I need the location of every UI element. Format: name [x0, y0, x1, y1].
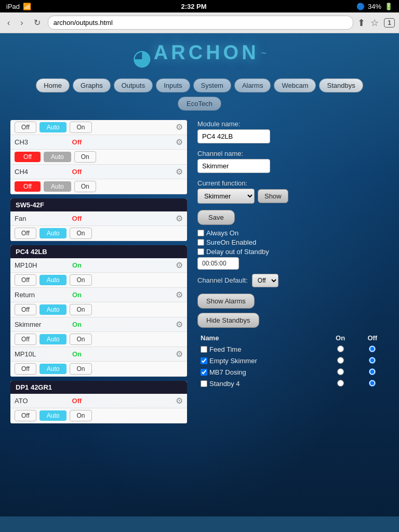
ipad-label: iPad — [6, 3, 20, 10]
fan-label: Fan — [15, 215, 56, 222]
gear-icon-ato[interactable]: ⚙ — [176, 396, 183, 406]
section-sw5: SW5-42F — [10, 198, 187, 211]
btn-auto-fan[interactable]: Auto — [39, 228, 67, 238]
btn-auto-mp10l[interactable]: Auto — [39, 364, 67, 374]
gear-icon-mp10h[interactable]: ⚙ — [176, 260, 183, 270]
ato-label: ATO — [15, 397, 56, 405]
main-content: ◕ ARCHON ~ Home Graphs Outputs Inputs Sy… — [0, 33, 399, 516]
btn-on-mp10h[interactable]: On — [70, 274, 91, 286]
standby-mb7-checkbox[interactable] — [201, 369, 207, 376]
btn-off-ch4a[interactable]: Off — [15, 152, 41, 162]
gear-icon-ch3[interactable]: ⚙ — [176, 137, 183, 147]
btn-off-mp10l[interactable]: Off — [15, 363, 36, 375]
btn-on-skimmer[interactable]: On — [70, 334, 91, 345]
delay-out-checkbox[interactable] — [197, 248, 204, 255]
nav-home[interactable]: Home — [36, 78, 70, 92]
channel-group-dp1: DP1 42GR1 ATO Off ⚙ Off Auto On — [10, 381, 187, 423]
btn-auto-mp10h[interactable]: Auto — [39, 275, 67, 285]
save-button[interactable]: Save — [197, 210, 235, 225]
btn-off-1[interactable]: Off — [15, 122, 36, 133]
btn-on-ato[interactable]: On — [70, 410, 91, 421]
gear-icon-mp10l[interactable]: ⚙ — [176, 349, 183, 359]
module-name-group: Module name: — [197, 120, 389, 143]
function-select[interactable]: Skimmer Always On Feed Mode Return Pump — [197, 189, 255, 204]
nav-standbys[interactable]: Standbys — [319, 78, 363, 92]
standby-standby4-checkbox[interactable] — [201, 380, 207, 387]
channel-name-input[interactable] — [197, 159, 270, 173]
standby-feedtime-checkbox[interactable] — [201, 346, 207, 353]
tab-count[interactable]: 1 — [384, 18, 395, 28]
hide-standbys-button[interactable]: Hide Standbys — [197, 313, 259, 328]
share-icon[interactable]: ⬆ — [357, 17, 365, 29]
btn-on-ch4b[interactable]: On — [74, 181, 96, 192]
standby-feedtime-off-radio[interactable] — [369, 345, 376, 352]
btn-auto-ato[interactable]: Auto — [39, 410, 67, 421]
sure-on-checkbox[interactable] — [197, 239, 204, 246]
btn-off-fan[interactable]: Off — [15, 228, 36, 239]
btn-off-return[interactable]: Off — [15, 304, 36, 315]
standby-emptyskimmer-checkbox[interactable] — [201, 357, 207, 364]
function-group: Current function: Skimmer Always On Feed… — [197, 179, 389, 204]
nav-alarms[interactable]: Alarms — [234, 78, 271, 92]
btn-auto-ch4a[interactable]: Auto — [44, 152, 71, 162]
standby-col-name: Name — [197, 332, 325, 344]
standby-emptyskimmer-off-radio[interactable] — [369, 357, 376, 364]
btn-off-ch4b[interactable]: Off — [15, 181, 41, 192]
btn-on-ch4a[interactable]: On — [74, 151, 96, 163]
ctrl-row-ch4b: Off Auto On — [10, 179, 187, 194]
module-name-input[interactable] — [197, 129, 270, 143]
channel-ch4: CH4 Off ⚙ — [10, 165, 187, 179]
btn-off-skimmer[interactable]: Off — [15, 334, 36, 345]
standby-row-feedtime: Feed Time — [197, 344, 389, 355]
bookmark-icon[interactable]: ☆ — [370, 17, 379, 29]
btn-on-return[interactable]: On — [70, 304, 91, 315]
delay-value-input[interactable] — [197, 257, 239, 270]
right-panel: Module name: Channel name: Current funct… — [187, 120, 389, 428]
standby-feedtime-on-radio[interactable] — [337, 345, 344, 352]
standby-emptyskimmer-on-radio[interactable] — [337, 357, 344, 364]
show-function-button[interactable]: Show — [258, 189, 288, 203]
show-alarms-button[interactable]: Show Alarms — [197, 294, 255, 309]
url-bar[interactable] — [48, 16, 354, 30]
ch4-status: Off — [56, 168, 98, 176]
gear-icon-1[interactable]: ⚙ — [176, 122, 183, 132]
standby-standby4-on-radio[interactable] — [337, 380, 344, 387]
forward-button[interactable]: › — [17, 17, 26, 29]
delay-out-option: Delay out of Standby — [197, 248, 389, 256]
time-display: 2:32 PM — [181, 3, 206, 10]
channel-default-select[interactable]: Off On — [252, 274, 278, 287]
gear-icon-skimmer[interactable]: ⚙ — [176, 320, 183, 329]
standby-mb7-on-radio[interactable] — [337, 368, 344, 375]
nav-outputs[interactable]: Outputs — [114, 78, 153, 92]
standby-feedtime-label: Feed Time — [201, 345, 322, 353]
btn-on-1[interactable]: On — [70, 122, 91, 133]
standby-standby4-off-radio[interactable] — [369, 380, 376, 387]
channel-mp10l: MP10L On ⚙ — [10, 347, 187, 362]
always-on-checkbox[interactable] — [197, 230, 204, 236]
btn-on-mp10l[interactable]: On — [70, 363, 91, 375]
nav-graphs[interactable]: Graphs — [73, 78, 111, 92]
back-button[interactable]: ‹ — [4, 17, 13, 29]
standby-row-mb7: MB7 Dosing — [197, 367, 389, 378]
btn-auto-skimmer[interactable]: Auto — [39, 334, 67, 344]
gear-icon-fan[interactable]: ⚙ — [176, 214, 183, 223]
btn-auto-return[interactable]: Auto — [39, 304, 67, 315]
nav-system[interactable]: System — [193, 78, 231, 92]
btn-off-mp10h[interactable]: Off — [15, 274, 36, 286]
btn-on-fan[interactable]: On — [70, 228, 91, 239]
nav-webcam[interactable]: Webcam — [274, 78, 316, 92]
gear-icon-ch4[interactable]: ⚙ — [176, 167, 183, 177]
section-dp1: DP1 42GR1 — [10, 381, 187, 394]
fan-status: Off — [56, 215, 98, 222]
btn-auto-ch4b[interactable]: Auto — [44, 181, 71, 192]
btn-auto-1[interactable]: Auto — [39, 122, 67, 132]
nav-ecotech[interactable]: EcoTech — [178, 97, 221, 111]
nav-inputs[interactable]: Inputs — [156, 78, 190, 92]
gear-icon-return[interactable]: ⚙ — [176, 290, 183, 300]
left-panel: Off Auto On ⚙ CH3 Off ⚙ Off Auto On CH4 — [10, 120, 187, 428]
btn-off-ato[interactable]: Off — [15, 410, 36, 421]
refresh-button[interactable]: ↻ — [31, 17, 44, 29]
standby-mb7-off-radio[interactable] — [369, 368, 376, 375]
ctrl-row-skimmer: Off Auto On — [10, 332, 187, 347]
ctrl-row-ch4a: Off Auto On — [10, 150, 187, 165]
